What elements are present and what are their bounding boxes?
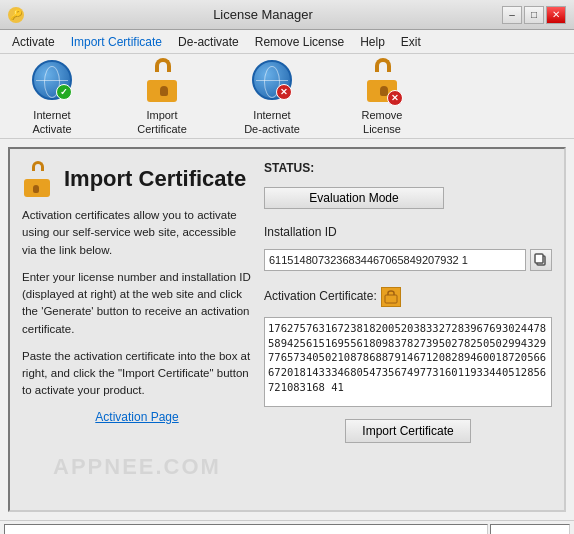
- menu-remove-license[interactable]: Remove License: [247, 33, 352, 51]
- deactivate-icon: ✕: [248, 56, 296, 104]
- cert-icon-button[interactable]: [381, 287, 401, 307]
- svg-rect-1: [535, 254, 543, 263]
- installation-id-row: [264, 249, 552, 271]
- status-pane-right: [490, 524, 570, 535]
- menu-deactivate[interactable]: De-activate: [170, 33, 247, 51]
- close-button[interactable]: ✕: [546, 6, 566, 24]
- cert-label-row: Activation Certificate:: [264, 287, 552, 307]
- left-para2: Enter your license number and installati…: [22, 269, 252, 338]
- eval-mode-button[interactable]: Evaluation Mode: [264, 187, 444, 209]
- menu-exit[interactable]: Exit: [393, 33, 429, 51]
- toolbar-import-certificate[interactable]: Import Certificate: [122, 56, 202, 137]
- toolbar-remove-license[interactable]: ✕ Remove License: [342, 56, 422, 137]
- toolbar-import-label: Import Certificate: [137, 108, 187, 137]
- import-cert-icon: [138, 56, 186, 104]
- cert-label: Activation Certificate:: [264, 289, 377, 303]
- window-controls: – □ ✕: [502, 6, 566, 24]
- title-bar: 🔑 License Manager – □ ✕: [0, 0, 574, 30]
- app-icon: 🔑: [8, 7, 24, 23]
- activation-page-link[interactable]: Activation Page: [95, 410, 178, 424]
- toolbar-activate-label: Internet Activate: [32, 108, 71, 137]
- remove-license-icon: ✕: [358, 56, 406, 104]
- menu-activate[interactable]: Activate: [4, 33, 63, 51]
- svg-rect-2: [385, 295, 397, 303]
- toolbar-deactivate-label: Internet De-activate: [244, 108, 300, 137]
- installation-id-label: Installation ID: [264, 225, 552, 239]
- panel-title: Import Certificate: [64, 166, 246, 192]
- installation-id-input[interactable]: [264, 249, 526, 271]
- minimize-button[interactable]: –: [502, 6, 522, 24]
- copy-icon: [534, 253, 548, 267]
- status-label: STATUS:: [264, 161, 552, 175]
- check-badge: ✓: [56, 84, 72, 100]
- toolbar-remove-label: Remove License: [362, 108, 403, 137]
- left-panel: Import Certificate Activation certificat…: [22, 161, 252, 498]
- internet-activate-icon: ✓: [28, 56, 76, 104]
- status-bar: [0, 520, 574, 534]
- cert-open-icon: [384, 290, 398, 304]
- copy-id-button[interactable]: [530, 249, 552, 271]
- watermark: APPNEE.COM: [22, 454, 252, 480]
- toolbar-internet-activate[interactable]: ✓ Internet Activate: [12, 56, 92, 137]
- header-padlock-icon: [22, 161, 54, 197]
- right-panel: STATUS: Evaluation Mode Installation ID …: [264, 161, 552, 498]
- menu-help[interactable]: Help: [352, 33, 393, 51]
- restore-button[interactable]: □: [524, 6, 544, 24]
- import-certificate-button[interactable]: Import Certificate: [345, 419, 470, 443]
- x-badge: ✕: [276, 84, 292, 100]
- panel-header: Import Certificate: [22, 161, 252, 197]
- menu-import-certificate[interactable]: Import Certificate: [63, 33, 170, 51]
- window-title: License Manager: [24, 7, 502, 22]
- toolbar-deactivate[interactable]: ✕ Internet De-activate: [232, 56, 312, 137]
- left-para1: Activation certificates allow you to act…: [22, 207, 252, 259]
- content-area: Import Certificate Activation certificat…: [8, 147, 566, 512]
- left-para3: Paste the activation certificate into th…: [22, 348, 252, 400]
- cert-textarea[interactable]: 1762757631672381820052038332728396769302…: [264, 317, 552, 407]
- menu-bar: Activate Import Certificate De-activate …: [0, 30, 574, 54]
- toolbar: ✓ Internet Activate Import Certificate ✕…: [0, 54, 574, 139]
- status-pane-left: [4, 524, 488, 535]
